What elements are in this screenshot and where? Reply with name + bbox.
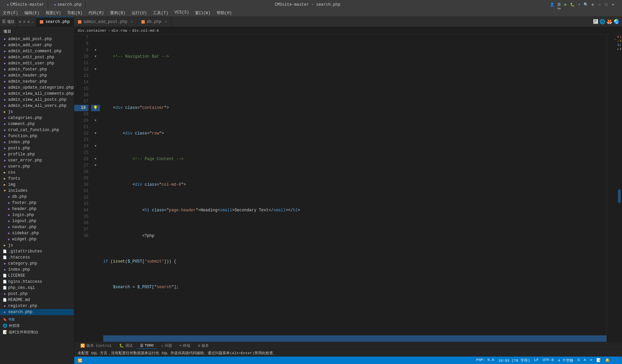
sidebar-item-includes[interactable]: ▼ includes [0, 188, 74, 194]
sidebar-item-logout[interactable]: ◆ logout.php [4, 218, 74, 224]
tab-toolbar-btn4[interactable]: — [31, 19, 35, 25]
tab-toolbar-btn2[interactable]: ≡ [23, 19, 26, 25]
sidebar-item-index[interactable]: ◆ index.php [0, 139, 74, 145]
sidebar-item-db[interactable]: ◆ db.php [4, 194, 74, 200]
fold-arrow-10[interactable]: ▼ [94, 54, 96, 60]
menu-vcs[interactable]: VCS(S) [172, 9, 192, 17]
menu-window[interactable]: 窗口(W) [192, 9, 213, 17]
sidebar-item-sql[interactable]: 📄 php_cms.sql [0, 285, 74, 291]
fold-arrow-26[interactable]: ▼ [94, 156, 96, 162]
sidebar-item-index2[interactable]: ◆ index.php [0, 267, 74, 273]
tab-version-control[interactable]: 🔀 版本 Control [77, 342, 115, 349]
sidebar-item-admin-navbar[interactable]: ◆ admin_navbar.php [0, 79, 74, 85]
tab-close-admin[interactable]: × [131, 20, 133, 24]
tab-todo[interactable]: ☰ TODO [137, 343, 157, 349]
sidebar-item-admin-footer[interactable]: ◆ admin_footer.php [0, 66, 74, 72]
search-main-icon[interactable]: 🔍 [584, 2, 588, 7]
tab-problems[interactable]: ⚠ 问题 [158, 342, 175, 349]
status-right-icon1[interactable]: S [577, 358, 580, 363]
toolbar-icon-2[interactable]: 添加配置... [557, 2, 561, 7]
sidebar-item-admin-edit-comment[interactable]: ◆ admin_edit_comment.php [0, 48, 74, 54]
sidebar-item-category[interactable]: ◆ category.php [0, 261, 74, 267]
sidebar-item-navbar[interactable]: ◆ navbar.php [4, 224, 74, 230]
run-icon[interactable]: ⚡ [577, 2, 582, 7]
fold-arrow-20[interactable]: ▼ [94, 118, 96, 124]
breadcrumb-item-2[interactable]: div.row [111, 29, 127, 33]
menu-code[interactable]: 代码(R) [86, 9, 107, 17]
tab-db[interactable]: db.php × [137, 17, 171, 27]
sidebar-item-admin-header[interactable]: ◆ admin_header.php [0, 72, 74, 79]
project-tab[interactable]: ◆ CMSsite-master [3, 2, 48, 8]
tab-toolbar-btn3[interactable]: ⚙ [27, 19, 30, 25]
sidebar-item-admin-edit-user[interactable]: ◆ admin_edit_user.php [0, 60, 74, 66]
sidebar-item-widget[interactable]: ◆ widget.php [4, 236, 74, 242]
sidebar-item-admin-add-post[interactable]: ◆ admin_add_post.php [0, 36, 74, 42]
menu-run[interactable]: 运行(U) [129, 9, 150, 17]
tab-debug[interactable]: 🐛 调试 [116, 342, 136, 349]
sidebar-item-categories[interactable]: ◆ categories.php [0, 115, 74, 121]
tab-toolbar-btn1[interactable]: ⊕ [18, 19, 22, 25]
tab-close-db[interactable]: × [165, 20, 167, 24]
sidebar-item-login[interactable]: ◆ login.php [4, 212, 74, 218]
tab-terminal[interactable]: ⌨ 终端 [176, 342, 194, 349]
sidebar-item-posts[interactable]: ◆ posts.php [0, 145, 74, 151]
status-right-icon4[interactable]: 📝 [596, 358, 601, 363]
menu-nav[interactable]: 导航(N) [64, 9, 85, 17]
menu-edit[interactable]: 编辑(E) [22, 9, 43, 17]
sidebar-item-crud-cat[interactable]: ◆ crud_cat_function.php [0, 127, 74, 133]
toolbar-icon-1[interactable]: 👤 [550, 2, 555, 7]
sidebar-item-js2[interactable]: ▶ js [0, 242, 74, 248]
play-icon[interactable]: ▶ [563, 2, 568, 7]
menu-view[interactable]: 视图(V) [43, 9, 64, 17]
status-right-icon6[interactable]: 👤 [614, 358, 619, 363]
sidebar-item-admin-edit-post[interactable]: ◆ admin_edit_post.php [0, 54, 74, 60]
fold-arrow-12[interactable]: ▼ [94, 66, 96, 73]
settings-icon[interactable]: ⚙ [590, 2, 595, 7]
status-right-icon5[interactable]: 🔔 [605, 358, 610, 363]
sidebar-toggle-icon[interactable]: ☰ [2, 19, 6, 24]
window-min[interactable]: — [597, 2, 602, 7]
sidebar-item-bookmarks[interactable]: 🔖 书签 [0, 316, 74, 323]
menu-refactor[interactable]: 重构(B) [107, 9, 128, 17]
fold-arrow-27[interactable]: ▼ [94, 162, 96, 169]
sidebar-item-admin-view-comments[interactable]: ◆ admin_view_all_comments.php [0, 91, 74, 97]
sidebar-item-css[interactable]: ▶ css [0, 170, 74, 176]
sidebar-item-readme[interactable]: 📄 README.md [0, 297, 74, 303]
sidebar-item-users[interactable]: ◆ users.php [0, 163, 74, 170]
sidebar-tree[interactable]: ◆ admin_add_post.php ◆ admin_add_user.ph… [0, 36, 74, 364]
sidebar-item-search[interactable]: ◆ search.php [0, 309, 74, 315]
fold-arrow-24[interactable]: ▼ [94, 143, 96, 150]
status-right-icon3[interactable]: ⌨ [590, 358, 592, 363]
sidebar-item-admin-update-cat[interactable]: ◆ admin_update_categories.php [0, 85, 74, 91]
sidebar-item-fonts[interactable]: ▶ fonts [0, 176, 74, 182]
breadcrumb-item-1[interactable]: div.container [78, 29, 107, 33]
tab-search-php[interactable]: search.php [36, 17, 74, 27]
sidebar-item-register[interactable]: ◆ register.php [0, 303, 74, 309]
tab-services[interactable]: ⚙ 服务 [194, 342, 212, 349]
status-right-icon2[interactable]: A [584, 358, 586, 363]
sidebar-item-function[interactable]: ◆ function.php [0, 133, 74, 139]
fold-arrow-9[interactable]: ▼ [94, 47, 96, 54]
sidebar-item-scratch[interactable]: 📝 临时文件和控制台 [0, 329, 74, 335]
code-editor[interactable]: <!-- Navigation Bar --> <div class="cont… [100, 34, 606, 342]
menu-help[interactable]: 帮助(H) [214, 9, 235, 17]
sidebar-item-external[interactable]: 🌐 外部库 [0, 323, 74, 329]
sidebar-item-admin-view-users[interactable]: ◆ admin_view_all_users.php [0, 103, 74, 109]
sidebar-item-header[interactable]: ◆ header.php [4, 206, 74, 212]
sidebar-item-htaccess[interactable]: 📄 .htaccess [0, 254, 74, 261]
sidebar-item-gitattributes[interactable]: 📄 .gitattributes [0, 248, 74, 254]
scroll-thumb-indicator[interactable] [618, 189, 621, 203]
menu-tools[interactable]: 工具(T) [150, 9, 171, 17]
breadcrumb-item-3[interactable]: div.col-md-8 [132, 29, 159, 33]
window-close[interactable]: ✕ [611, 2, 615, 7]
debug-icon[interactable]: 🐛 [570, 2, 575, 7]
sidebar-item-post[interactable]: ◆ post.php [0, 291, 74, 297]
sidebar-item-img[interactable]: ▶ img [0, 182, 74, 188]
sidebar-item-admin-add-user[interactable]: ◆ admin_add_user.php [0, 42, 74, 48]
sidebar-item-nginx[interactable]: 📄 nginx.htaccess [0, 279, 74, 285]
sidebar-item-sidebar[interactable]: ◆ sidebar.php [4, 230, 74, 236]
tab-admin-add-post[interactable]: admin_add_post.php × [74, 17, 137, 27]
sidebar-item-user-error[interactable]: ◆ user_error.php [0, 157, 74, 163]
fold-close-22[interactable]: ▼ [94, 130, 96, 137]
menu-file[interactable]: 文件(F) [0, 9, 21, 17]
